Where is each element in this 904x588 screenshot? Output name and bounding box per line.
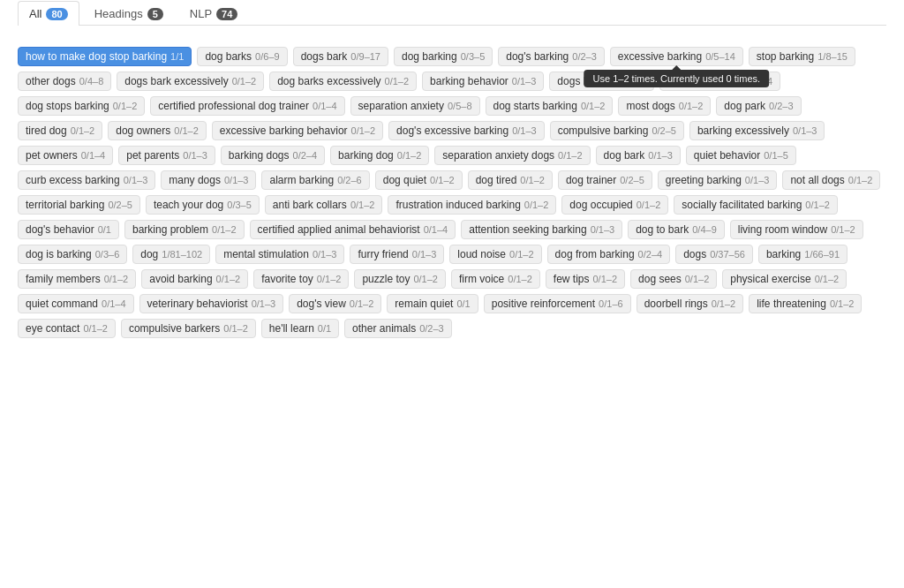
tag-item-28[interactable]: barking dog0/1–2 bbox=[330, 146, 429, 165]
tag-item-62[interactable]: favorite toy0/1–2 bbox=[253, 269, 349, 289]
tag-text: bark excessively bbox=[667, 75, 745, 87]
tag-item-54[interactable]: mental stimulation0/1–3 bbox=[215, 245, 344, 264]
tag-item-29[interactable]: separation anxiety dogs0/1–2 bbox=[434, 146, 590, 165]
tab-badge-nlp: 74 bbox=[216, 8, 237, 20]
tag-item-33[interactable]: many dogs0/1–3 bbox=[161, 170, 256, 190]
tag-item-12[interactable]: bark excessively0/3–4 bbox=[659, 72, 781, 91]
tag-item-58[interactable]: dogs0/37–56 bbox=[675, 245, 753, 264]
tag-item-49[interactable]: attention seeking barking0/1–3 bbox=[461, 220, 622, 239]
tag-item-57[interactable]: dog from barking0/2–4 bbox=[547, 245, 671, 264]
tag-item-76[interactable]: compulsive barkers0/1–2 bbox=[121, 319, 256, 338]
tag-text: dog occupied bbox=[569, 199, 632, 211]
tag-item-20[interactable]: dog owners0/1–2 bbox=[108, 121, 207, 140]
tag-text: doorbell rings bbox=[644, 298, 708, 310]
tag-item-65[interactable]: few tips0/1–2 bbox=[546, 269, 625, 289]
tag-item-38[interactable]: greeting barking0/1–3 bbox=[658, 170, 778, 190]
tag-item-55[interactable]: furry friend0/1–3 bbox=[350, 245, 444, 264]
tag-item-46[interactable]: dog's behavior0/1 bbox=[18, 220, 119, 239]
tag-item-52[interactable]: dog is barking0/3–6 bbox=[18, 245, 127, 264]
tag-item-2[interactable]: dogs bark0/9–17 bbox=[293, 47, 388, 66]
tag-item-69[interactable]: veterinary behaviorist0/1–3 bbox=[139, 294, 284, 313]
tag-text: dog is barking bbox=[26, 248, 92, 260]
tag-text: barking behavior bbox=[430, 75, 508, 87]
tab-all[interactable]: All80 bbox=[18, 1, 79, 26]
tag-item-75[interactable]: eye contact0/1–2 bbox=[18, 319, 116, 338]
tag-item-13[interactable]: dog stops barking0/1–2 bbox=[18, 96, 145, 116]
tag-item-7[interactable]: other dogs0/4–8 bbox=[18, 72, 111, 91]
tag-item-71[interactable]: remain quiet0/1 bbox=[387, 294, 478, 313]
tag-text: quiet command bbox=[26, 298, 98, 310]
tag-count: 0/1–2 bbox=[558, 150, 583, 161]
tag-item-70[interactable]: dog's view0/1–2 bbox=[289, 294, 381, 313]
tag-item-23[interactable]: compulsive barking0/2–5 bbox=[550, 121, 684, 140]
tag-item-61[interactable]: avoid barking0/1–2 bbox=[141, 269, 248, 289]
tag-item-8[interactable]: dogs bark excessively0/1–2 bbox=[117, 72, 264, 91]
tag-item-74[interactable]: life threatening0/1–2 bbox=[749, 294, 862, 313]
tab-headings[interactable]: Headings5 bbox=[83, 1, 175, 26]
tag-item-53[interactable]: dog1/81–102 bbox=[132, 245, 210, 264]
tag-item-10[interactable]: barking behavior0/1–3 bbox=[422, 72, 544, 91]
tag-item-73[interactable]: doorbell rings0/1–2 bbox=[637, 294, 744, 313]
tag-item-18[interactable]: dog park0/2–3 bbox=[716, 96, 801, 116]
tag-item-17[interactable]: most dogs0/1–2 bbox=[618, 96, 711, 116]
tag-item-67[interactable]: physical exercise0/1–2 bbox=[722, 269, 847, 289]
tag-item-35[interactable]: dog quiet0/1–2 bbox=[375, 170, 463, 190]
tag-item-51[interactable]: living room window0/1–2 bbox=[730, 220, 863, 239]
tag-item-45[interactable]: socially facilitated barking0/1–2 bbox=[674, 195, 838, 215]
tab-nlp[interactable]: NLP74 bbox=[178, 1, 250, 26]
tag-item-14[interactable]: certified professional dog trainer0/1–4 bbox=[150, 96, 344, 116]
tag-item-39[interactable]: not all dogs0/1–2 bbox=[782, 170, 880, 190]
tag-item-19[interactable]: tired dog0/1–2 bbox=[18, 121, 102, 140]
tag-count: 0/9–17 bbox=[350, 51, 380, 62]
tag-item-26[interactable]: pet parents0/1–3 bbox=[118, 146, 215, 165]
tag-item-42[interactable]: anti bark collars0/1–2 bbox=[265, 195, 383, 215]
tag-item-27[interactable]: barking dogs0/2–4 bbox=[221, 146, 325, 165]
tag-item-5[interactable]: excessive barking0/5–14 bbox=[610, 47, 743, 66]
tag-item-31[interactable]: quiet behavior0/1–5 bbox=[686, 146, 796, 165]
tag-item-59[interactable]: barking1/66–91 bbox=[758, 245, 848, 264]
tag-item-36[interactable]: dog tired0/1–2 bbox=[468, 170, 553, 190]
tag-text: certified applied animal behaviorist bbox=[258, 223, 420, 236]
tag-text: dog's barking bbox=[506, 50, 569, 63]
tag-item-6[interactable]: stop barking1/8–15 bbox=[749, 47, 855, 66]
tag-item-34[interactable]: alarm barking0/2–6 bbox=[261, 170, 369, 190]
tag-item-4[interactable]: dog's barking0/2–3 bbox=[498, 47, 605, 66]
tag-item-16[interactable]: dog starts barking0/1–2 bbox=[486, 96, 614, 116]
tag-item-15[interactable]: separation anxiety0/5–8 bbox=[350, 96, 480, 116]
tag-item-25[interactable]: pet owners0/1–4 bbox=[18, 146, 113, 165]
tag-item-72[interactable]: positive reinforcement0/1–6 bbox=[484, 294, 631, 313]
tag-count: 0/1–2 bbox=[830, 298, 855, 309]
tag-text: dogs barking bbox=[557, 75, 618, 87]
tag-item-77[interactable]: he'll learn0/1 bbox=[261, 319, 339, 338]
tag-item-9[interactable]: dog barks excessively0/1–2 bbox=[269, 72, 417, 91]
tag-item-37[interactable]: dog trainer0/2–5 bbox=[558, 170, 652, 190]
tag-item-0[interactable]: how to make dog stop barking1/1 bbox=[18, 47, 192, 66]
tag-item-68[interactable]: quiet command0/1–4 bbox=[18, 294, 134, 313]
tag-item-22[interactable]: dog's excessive barking0/1–3 bbox=[388, 121, 545, 140]
tag-item-60[interactable]: family members0/1–2 bbox=[18, 269, 136, 289]
tag-item-40[interactable]: territorial barking0/2–5 bbox=[18, 195, 140, 215]
tag-item-47[interactable]: barking problem0/1–2 bbox=[124, 220, 245, 239]
tag-item-1[interactable]: dog barks0/6–9 bbox=[197, 47, 287, 66]
tag-item-11[interactable]: dogs barking0/2–4 bbox=[549, 72, 653, 91]
tag-item-66[interactable]: dog sees0/1–2 bbox=[630, 269, 717, 289]
tag-item-48[interactable]: certified applied animal behaviorist0/1–… bbox=[250, 220, 456, 239]
tag-item-44[interactable]: dog occupied0/1–2 bbox=[561, 195, 668, 215]
tag-item-43[interactable]: frustration induced barking0/1–2 bbox=[388, 195, 556, 215]
tag-count: 0/1–3 bbox=[124, 175, 148, 185]
tag-item-64[interactable]: firm voice0/1–2 bbox=[451, 269, 540, 289]
tag-item-3[interactable]: dog barking0/3–5 bbox=[394, 47, 493, 66]
tag-item-24[interactable]: barking excessively0/1–3 bbox=[689, 121, 825, 140]
tag-text: anti bark collars bbox=[273, 199, 347, 211]
tag-item-50[interactable]: dog to bark0/4–9 bbox=[628, 220, 725, 239]
tag-item-41[interactable]: teach your dog0/3–5 bbox=[146, 195, 260, 215]
tab-bar: All80Headings5NLP74 bbox=[18, 0, 886, 26]
tag-item-30[interactable]: dog bark0/1–3 bbox=[596, 146, 681, 165]
tag-item-63[interactable]: puzzle toy0/1–2 bbox=[354, 269, 446, 289]
tag-item-21[interactable]: excessive barking behavior0/1–2 bbox=[212, 121, 383, 140]
tag-item-78[interactable]: other animals0/2–3 bbox=[344, 319, 452, 338]
tag-item-56[interactable]: loud noise0/1–2 bbox=[449, 245, 541, 264]
tag-count: 0/1–2 bbox=[637, 200, 661, 210]
tag-item-32[interactable]: curb excess barking0/1–3 bbox=[18, 170, 155, 190]
tag-text: excessive barking bbox=[618, 50, 702, 63]
